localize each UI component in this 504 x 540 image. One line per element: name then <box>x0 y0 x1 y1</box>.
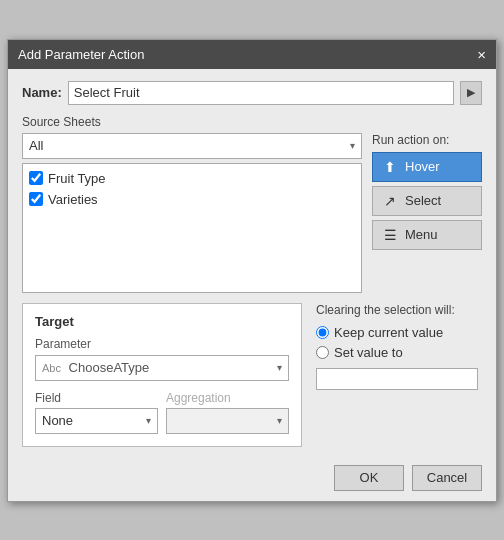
dialog-title: Add Parameter Action <box>18 47 144 62</box>
right-panel: Run action on: ⬆ Hover ↗ Select ☰ Menu <box>372 133 482 293</box>
left-panel: All ▾ Fruit Type Varieties <box>22 133 362 293</box>
list-item: Varieties <box>27 189 357 210</box>
name-arrow-button[interactable]: ▶ <box>460 81 482 105</box>
run-action-label: Run action on: <box>372 133 482 147</box>
hover-button[interactable]: ⬆ Hover <box>372 152 482 182</box>
aggregation-label: Aggregation <box>166 391 289 405</box>
fruit-type-label: Fruit Type <box>48 171 106 186</box>
keep-current-label: Keep current value <box>334 325 443 340</box>
keep-current-radio[interactable] <box>316 326 329 339</box>
select-icon: ↗ <box>381 193 399 209</box>
abc-badge: Abc <box>42 362 61 374</box>
dialog-body: Name: ▶ Source Sheets All ▾ Fr <box>8 69 496 457</box>
source-sheets-label: Source Sheets <box>22 115 482 129</box>
field-col: Field None ▾ <box>35 391 158 434</box>
field-label: Field <box>35 391 158 405</box>
varieties-checkbox[interactable] <box>29 192 43 206</box>
varieties-label: Varieties <box>48 192 98 207</box>
parameter-dropdown[interactable]: Abc ChooseAType ▾ <box>35 355 289 381</box>
parameter-label: Parameter <box>35 337 289 351</box>
fruit-type-checkbox[interactable] <box>29 171 43 185</box>
hover-icon: ⬆ <box>381 159 399 175</box>
footer-buttons: OK Cancel <box>8 457 496 501</box>
field-dropdown[interactable]: None ▾ <box>35 408 158 434</box>
sheets-dropdown[interactable]: All ▾ <box>22 133 362 159</box>
field-chevron-icon: ▾ <box>146 415 151 426</box>
ok-button[interactable]: OK <box>334 465 404 491</box>
bottom-section: Target Parameter Abc ChooseAType ▾ Field… <box>22 303 482 447</box>
agg-chevron-icon: ▾ <box>277 415 282 426</box>
sheets-list: Fruit Type Varieties <box>22 163 362 293</box>
list-item: Fruit Type <box>27 168 357 189</box>
target-panel: Target Parameter Abc ChooseAType ▾ Field… <box>22 303 302 447</box>
clearing-label: Clearing the selection will: <box>316 303 478 317</box>
aggregation-dropdown[interactable]: ▾ <box>166 408 289 434</box>
menu-icon: ☰ <box>381 227 399 243</box>
agg-col: Aggregation ▾ <box>166 391 289 434</box>
close-button[interactable]: × <box>477 47 486 62</box>
sheets-dropdown-value: All <box>29 138 43 153</box>
field-agg-row: Field None ▾ Aggregation ▾ <box>35 391 289 434</box>
add-parameter-action-dialog: Add Parameter Action × Name: ▶ Source Sh… <box>7 39 497 502</box>
set-value-row: Set value to <box>316 345 478 360</box>
name-row: Name: ▶ <box>22 81 482 105</box>
select-button[interactable]: ↗ Select <box>372 186 482 216</box>
chevron-down-icon: ▾ <box>350 140 355 151</box>
set-value-radio[interactable] <box>316 346 329 359</box>
menu-label: Menu <box>405 227 438 242</box>
menu-button[interactable]: ☰ Menu <box>372 220 482 250</box>
main-content: All ▾ Fruit Type Varieties Run <box>22 133 482 293</box>
set-value-input[interactable] <box>316 368 478 390</box>
param-value: ChooseAType <box>69 360 150 375</box>
target-title: Target <box>35 314 289 329</box>
arrow-icon: ▶ <box>467 86 475 99</box>
param-dropdown-content: Abc ChooseAType <box>42 360 149 375</box>
select-label: Select <box>405 193 441 208</box>
name-label: Name: <box>22 85 62 100</box>
name-input[interactable] <box>68 81 454 105</box>
keep-current-row: Keep current value <box>316 325 478 340</box>
field-value: None <box>42 413 73 428</box>
hover-label: Hover <box>405 159 440 174</box>
title-bar: Add Parameter Action × <box>8 40 496 69</box>
param-chevron-icon: ▾ <box>277 362 282 373</box>
cancel-button[interactable]: Cancel <box>412 465 482 491</box>
clearing-panel: Clearing the selection will: Keep curren… <box>312 303 482 390</box>
set-value-label: Set value to <box>334 345 403 360</box>
